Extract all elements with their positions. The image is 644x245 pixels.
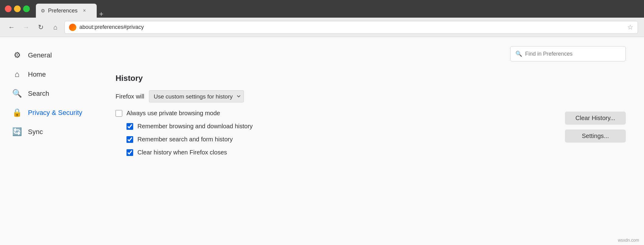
sidebar-item-sync[interactable]: 🔄 Sync (6, 123, 97, 141)
find-icon: 🔍 (515, 50, 522, 57)
main-content: ⚙ General ⌂ Home 🔍 Search 🔒 Privacy & Se… (0, 37, 644, 245)
sidebar-item-privacy[interactable]: 🔒 Privacy & Security (6, 104, 97, 122)
address-bar[interactable]: about:preferences#privacy ☆ (64, 21, 638, 34)
firefox-will-label: Firefox will (116, 93, 144, 100)
bookmark-icon: ☆ (627, 23, 633, 31)
bookmark-button[interactable]: ☆ (627, 23, 633, 31)
clear-history-button[interactable]: Clear History... (565, 112, 626, 125)
preferences-tab[interactable]: ⚙ Preferences × (36, 4, 97, 18)
privacy-icon: 🔒 (12, 108, 22, 117)
clear-on-close-checkbox[interactable] (126, 149, 133, 156)
search-history-checkbox[interactable] (126, 136, 133, 143)
sidebar: ⚙ General ⌂ Home 🔍 Search 🔒 Privacy & Se… (0, 37, 103, 245)
address-text: about:preferences#privacy (79, 24, 624, 30)
general-icon: ⚙ (12, 50, 22, 60)
history-section: History Firefox will Remember history Ne… (116, 74, 626, 162)
firefox-logo (69, 24, 76, 31)
reload-icon: ↻ (38, 23, 43, 31)
content-area: 🔍 History Firefox will Remember history … (103, 37, 644, 245)
search-nav-icon: 🔍 (12, 89, 22, 98)
traffic-lights (5, 5, 30, 12)
preferences-tab-icon: ⚙ (41, 8, 45, 14)
watermark: wsxdn.com (618, 238, 639, 243)
close-tab-button[interactable]: × (83, 8, 86, 13)
clear-on-close-label: Clear history when Firefox closes (137, 149, 227, 156)
forward-button[interactable]: → (21, 22, 32, 33)
sidebar-item-search[interactable]: 🔍 Search (6, 85, 97, 102)
preferences-tab-title: Preferences (48, 8, 78, 14)
forward-icon: → (23, 23, 29, 31)
navbar: ← → ↻ ⌂ about:preferences#privacy ☆ (0, 18, 644, 37)
browsing-history-checkbox[interactable] (126, 123, 133, 130)
private-mode-checkbox[interactable] (116, 110, 122, 117)
private-mode-label: Always use private browsing mode (126, 110, 220, 117)
home-nav-icon: ⌂ (12, 70, 22, 79)
sidebar-item-general[interactable]: ⚙ General (6, 46, 97, 64)
settings-button[interactable]: Settings... (565, 129, 626, 143)
checkboxes-section: Always use private browsing mode Remembe… (116, 110, 626, 162)
sidebar-label-general: General (28, 51, 52, 59)
back-icon: ← (8, 23, 15, 31)
sidebar-label-home: Home (28, 71, 46, 78)
browsing-history-row: Remember browsing and download history (126, 123, 553, 130)
search-bar-container: 🔍 (116, 46, 626, 61)
search-history-label: Remember search and form history (137, 136, 233, 143)
browsing-history-label: Remember browsing and download history (137, 123, 253, 130)
titlebar: ⚙ Preferences × + (0, 0, 644, 18)
sidebar-label-search: Search (28, 90, 49, 98)
minimize-button[interactable] (14, 5, 21, 12)
private-mode-row: Always use private browsing mode (116, 110, 553, 117)
history-will-row: Firefox will Remember history Never reme… (116, 90, 626, 102)
action-buttons: Clear History... Settings... (565, 110, 626, 162)
back-button[interactable]: ← (6, 22, 17, 33)
tab-bar: ⚙ Preferences × + (36, 0, 639, 18)
sidebar-label-sync: Sync (28, 128, 43, 136)
close-button[interactable] (5, 5, 12, 12)
reload-button[interactable]: ↻ (35, 22, 46, 33)
home-icon: ⌂ (53, 23, 57, 31)
home-button[interactable]: ⌂ (50, 22, 61, 33)
maximize-button[interactable] (23, 5, 30, 12)
history-title: History (116, 74, 626, 83)
history-behavior-select[interactable]: Remember history Never remember history … (149, 90, 244, 102)
search-history-row: Remember search and form history (126, 136, 553, 143)
sync-icon: 🔄 (12, 127, 22, 136)
find-in-preferences-input[interactable] (525, 51, 621, 57)
checkboxes-left: Always use private browsing mode Remembe… (116, 110, 553, 162)
sidebar-item-home[interactable]: ⌂ Home (6, 65, 97, 83)
new-tab-button[interactable]: + (99, 10, 103, 18)
sidebar-label-privacy: Privacy & Security (28, 109, 82, 117)
clear-on-close-row: Clear history when Firefox closes (126, 149, 553, 156)
find-in-preferences-bar[interactable]: 🔍 (510, 46, 626, 61)
